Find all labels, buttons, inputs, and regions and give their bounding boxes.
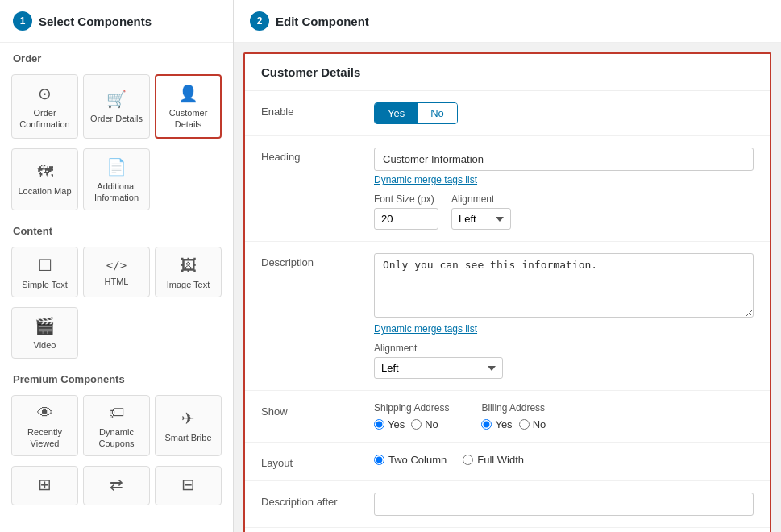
step2-header: 2 Edit Component (234, 0, 781, 43)
show-label: Show (261, 402, 358, 418)
billing-address-label: Billing Address (481, 402, 546, 414)
description-alignment-group: Alignment Left Center Right (374, 343, 503, 379)
enable-row: Enable Yes No (245, 91, 770, 136)
order-details-item[interactable]: 🛒 Order Details (83, 74, 150, 139)
order-grid-2: 🗺 Location Map 📄 Additional Information (0, 143, 233, 216)
order-section-label: Order (0, 43, 233, 69)
content-grid: ☐ Simple Text </> HTML 🖼 Image Text (0, 242, 233, 302)
customer-details-item[interactable]: 👤 Customer Details (155, 74, 222, 139)
alignment-select[interactable]: Left Center Right (451, 208, 511, 230)
step1-header: 1 Select Components (0, 0, 233, 43)
shipping-address-col: Shipping Address Yes No (374, 402, 449, 430)
enable-toggle: Yes No (374, 102, 458, 124)
show-options: Shipping Address Yes No Billing Address (374, 402, 754, 430)
dynamic-coupons-label: Dynamic Coupons (87, 426, 146, 450)
description-label: Description (261, 253, 358, 268)
simple-text-label: Simple Text (22, 279, 68, 290)
description-alignment-fields: Alignment Left Center Right (374, 343, 754, 379)
dynamic-coupons-icon: 🏷 (109, 404, 125, 422)
shipping-radio-group: Yes No (374, 418, 449, 430)
description-textarea[interactable]: Only you can see this information. (374, 253, 754, 318)
shipping-yes-radio[interactable] (374, 419, 384, 430)
shipping-address-label: Shipping Address (374, 402, 449, 414)
additional-info-label: Additional Information (87, 181, 146, 204)
billing-address-col: Billing Address Yes No (481, 402, 546, 430)
font-size-input[interactable] (374, 208, 438, 230)
billing-radio-group: Yes No (481, 418, 546, 430)
enable-yes-button[interactable]: Yes (375, 103, 418, 123)
simple-text-icon: ☐ (38, 256, 52, 275)
video-item[interactable]: 🎬 Video (11, 307, 78, 358)
grid-icon: ⊞ (38, 475, 52, 494)
step2-title: Edit Component (276, 15, 369, 28)
description-alignment-label: Alignment (374, 343, 503, 354)
edit-component-panel: Customer Details Enable Yes No Heading D… (243, 52, 771, 532)
image-text-item[interactable]: 🖼 Image Text (155, 247, 222, 297)
customer-details-label: Customer Details (160, 107, 217, 131)
dynamic-coupons-item[interactable]: 🏷 Dynamic Coupons (83, 395, 150, 457)
share-icon: ⇄ (110, 475, 123, 494)
location-map-label: Location Map (18, 185, 71, 197)
shipping-yes-label[interactable]: Yes (374, 418, 405, 430)
table-icon: ⊟ (181, 475, 195, 494)
alignment-group: Alignment Left Center Right (451, 193, 511, 230)
description-alignment-select[interactable]: Left Center Right (374, 357, 503, 379)
premium-grid-2: ⊞ ⇄ ⊟ (0, 461, 233, 510)
share-icon-item[interactable]: ⇄ (83, 466, 150, 505)
shipping-no-radio[interactable] (411, 419, 422, 430)
recently-viewed-item[interactable]: 👁 Recently Viewed (11, 395, 78, 457)
full-width-radio[interactable] (463, 455, 473, 465)
html-item[interactable]: </> HTML (83, 247, 150, 297)
order-confirmation-item[interactable]: ⊙ Order Confirmation (11, 74, 78, 139)
html-label: HTML (105, 276, 129, 287)
description-merge-tags-link[interactable]: Dynamic merge tags list (374, 323, 477, 335)
full-width-label[interactable]: Full Width (463, 454, 524, 466)
heading-input[interactable] (374, 148, 754, 171)
two-column-label[interactable]: Two Column (374, 454, 447, 466)
enable-no-button[interactable]: No (418, 103, 457, 123)
additional-info-icon: 📄 (106, 157, 127, 177)
show-control: Shipping Address Yes No Billing Address (374, 402, 754, 430)
video-label: Video (34, 339, 56, 351)
billing-no-label[interactable]: No (519, 418, 546, 430)
description-after-input[interactable] (374, 493, 754, 516)
image-text-icon: 🖼 (181, 256, 197, 275)
right-panel: 2 Edit Component Customer Details Enable… (234, 0, 781, 532)
additional-info-item[interactable]: 📄 Additional Information (83, 148, 150, 211)
show-row: Show Shipping Address Yes No (245, 391, 770, 443)
enable-control: Yes No (374, 102, 754, 124)
font-size-label: Font Size (px) (374, 193, 438, 205)
video-icon: 🎬 (35, 316, 55, 335)
layout-row: Layout Two Column Full Width (245, 443, 770, 481)
billing-yes-label[interactable]: Yes (481, 418, 512, 430)
billing-no-radio[interactable] (519, 419, 530, 430)
description-after-row: Description after (245, 481, 770, 528)
order-details-icon: 🛒 (106, 89, 127, 109)
layout-label: Layout (261, 454, 358, 469)
location-map-item[interactable]: 🗺 Location Map (11, 148, 78, 211)
two-column-radio[interactable] (374, 455, 384, 465)
grid-icon-item[interactable]: ⊞ (11, 466, 78, 505)
html-icon: </> (106, 259, 127, 272)
enable-label: Enable (261, 102, 358, 118)
premium-grid: 👁 Recently Viewed 🏷 Dynamic Coupons ✈ Sm… (0, 390, 233, 462)
layout-control: Two Column Full Width (374, 454, 754, 466)
order-grid: ⊙ Order Confirmation 🛒 Order Details 👤 C… (0, 69, 233, 143)
smart-bribe-label: Smart Bribe (164, 432, 211, 443)
order-confirmation-icon: ⊙ (38, 84, 52, 103)
description-after-control (374, 493, 754, 516)
left-panel: 1 Select Components Order ⊙ Order Confir… (0, 0, 234, 532)
heading-inline-fields: Font Size (px) Alignment Left Center Rig… (374, 193, 754, 230)
table-icon-item[interactable]: ⊟ (155, 466, 222, 505)
image-text-label: Image Text (167, 279, 210, 290)
shipping-no-label[interactable]: No (411, 418, 438, 430)
billing-yes-radio[interactable] (481, 419, 492, 430)
premium-section-label: Premium Components (0, 364, 233, 390)
recently-viewed-icon: 👁 (37, 404, 53, 422)
simple-text-item[interactable]: ☐ Simple Text (11, 247, 78, 297)
layout-radio-group: Two Column Full Width (374, 454, 754, 466)
smart-bribe-item[interactable]: ✈ Smart Bribe (155, 395, 222, 457)
component-title: Customer Details (245, 54, 770, 91)
heading-merge-tags-link[interactable]: Dynamic merge tags list (374, 174, 477, 185)
content-grid-2: 🎬 Video (0, 302, 233, 363)
